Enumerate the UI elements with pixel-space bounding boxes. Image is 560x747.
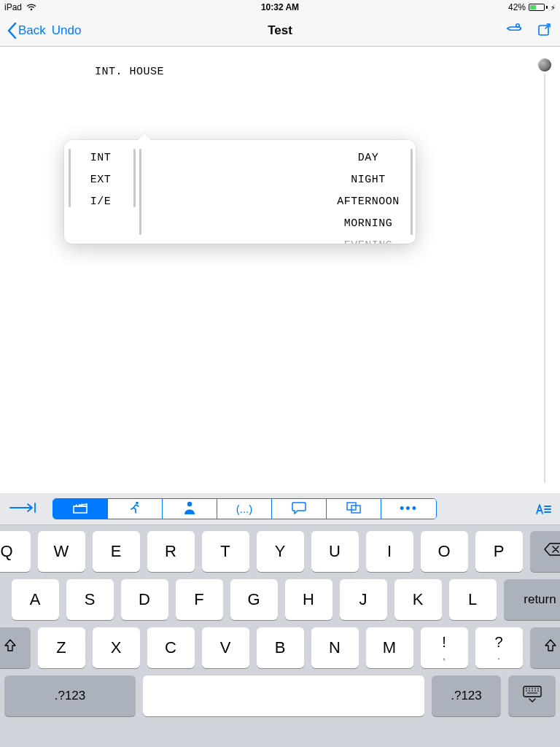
scrollbar[interactable] [139,149,141,235]
svg-point-0 [516,23,519,26]
key-u[interactable]: U [311,531,359,572]
ellipsis-icon: ••• [400,501,418,516]
undo-button[interactable]: Undo [52,23,82,38]
key-punct-bot: , [443,651,446,661]
scroll-track [544,74,545,483]
scrollbar[interactable] [69,149,71,207]
popover-col-int-ext[interactable]: INT EXT I/E [64,140,137,244]
keyboard: (...) ••• Q W E R T [0,493,560,747]
key-shift-left[interactable] [0,627,31,668]
seg-parenthetical[interactable]: (...) [217,499,272,519]
key-row-3: Z X C V B N M ! , ? . [4,627,556,668]
key-o[interactable]: O [421,531,468,572]
key-comma[interactable]: ! , [421,627,468,668]
text-format-button[interactable] [532,503,551,516]
svg-rect-2 [74,506,87,513]
running-icon [128,500,142,518]
key-i[interactable]: I [366,531,413,572]
key-y[interactable]: Y [257,531,304,572]
popover-item[interactable]: I/E [64,191,137,213]
back-button[interactable]: Back [7,23,46,39]
seg-transition[interactable] [327,499,381,519]
key-shift-right[interactable] [530,627,561,668]
popover-item[interactable]: DAY [321,147,416,169]
device-label: iPad [4,2,22,12]
key-j[interactable]: J [340,579,387,620]
editor-area[interactable]: INT. HOUSE INT EXT I/E DAY NIGHT AFTERNO… [0,47,560,493]
key-period[interactable]: ? . [475,627,523,668]
seg-character[interactable] [163,499,217,519]
key-dismiss-keyboard[interactable] [508,676,556,716]
key-h[interactable]: H [285,579,332,620]
battery-icon [529,4,548,11]
scene-heading-text[interactable]: INT. HOUSE [95,66,164,78]
popover-arrow-icon [137,133,152,140]
key-backspace[interactable] [530,531,561,572]
speech-bubble-icon [291,501,307,517]
key-m[interactable]: M [366,627,413,668]
shift-icon [3,638,18,657]
svg-rect-7 [524,686,541,697]
key-p[interactable]: P [475,531,523,572]
popover-item[interactable]: EVENING [321,235,416,244]
backspace-icon [543,542,560,561]
popover-item[interactable]: INT [64,147,137,169]
scroll-indicator-icon[interactable] [538,58,551,71]
back-label: Back [18,23,46,38]
key-row-2: A S D F G H J K L return [4,579,556,620]
popover-item[interactable]: NIGHT [321,169,416,191]
person-icon [183,500,196,518]
svg-point-4 [187,501,192,506]
format-bar: (...) ••• [0,493,560,525]
key-numsym-left[interactable]: .?123 [4,676,136,716]
scrollbar[interactable] [133,149,136,207]
key-k[interactable]: K [394,579,442,620]
key-q[interactable]: Q [0,531,31,572]
popover-item[interactable]: EXT [64,169,137,191]
key-d[interactable]: D [121,579,168,620]
transition-icon [346,501,362,517]
key-t[interactable]: T [202,531,249,572]
key-r[interactable]: R [147,531,195,572]
key-space[interactable] [143,676,424,716]
key-punct-top: ! [442,635,446,649]
battery-percent: 42% [508,2,526,12]
share-icon[interactable] [537,21,553,40]
key-g[interactable]: G [230,579,278,620]
key-l[interactable]: L [449,579,497,620]
key-s[interactable]: S [66,579,114,620]
key-f[interactable]: F [176,579,223,620]
key-numsym-right[interactable]: .?123 [432,676,501,716]
key-punct-bot: . [497,651,500,661]
key-z[interactable]: Z [38,627,85,668]
key-w[interactable]: W [38,531,85,572]
key-n[interactable]: N [311,627,359,668]
key-v[interactable]: V [202,627,249,668]
seg-more[interactable]: ••• [381,499,436,519]
seg-dialogue[interactable] [272,499,327,519]
key-c[interactable]: C [147,627,195,668]
key-return[interactable]: return [504,579,561,620]
key-row-4: .?123 .?123 [4,676,556,716]
key-a[interactable]: A [12,579,59,620]
settings-icon[interactable] [506,21,522,40]
nav-left: Back Undo [7,23,81,39]
popover-item[interactable]: MORNING [321,213,416,235]
charging-icon: ⚡︎ [551,4,556,12]
seg-action[interactable] [108,499,163,519]
key-punct-top: ? [494,635,502,649]
seg-scene-heading[interactable] [53,499,108,519]
nav-bar: Back Undo Test [0,15,560,47]
key-b[interactable]: B [257,627,304,668]
shift-icon [543,638,558,657]
popover-col-location[interactable] [137,140,321,244]
key-e[interactable]: E [93,531,140,572]
popover-item[interactable]: AFTERNOON [321,191,416,213]
dismiss-keyboard-icon [522,685,542,707]
key-x[interactable]: X [93,627,140,668]
tab-forward-button[interactable] [9,502,41,516]
scrollbar[interactable] [411,149,413,235]
page-title: Test [268,23,292,38]
nav-right [506,21,553,40]
popover-col-time[interactable]: DAY NIGHT AFTERNOON MORNING EVENING [321,140,416,244]
